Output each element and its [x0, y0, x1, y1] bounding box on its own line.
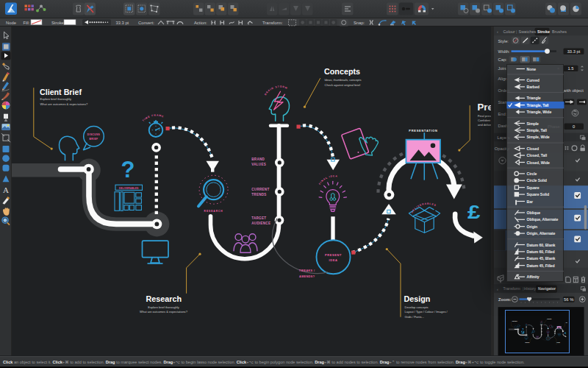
- svg-text:AUDIENCE: AUDIENCE: [251, 222, 270, 225]
- svg-text:‹: ‹: [497, 287, 498, 291]
- svg-text:Origin: Origin: [526, 224, 537, 229]
- svg-text:Affinity: Affinity: [526, 275, 539, 279]
- svg-text:Datum 45, Blank: Datum 45, Blank: [526, 256, 555, 261]
- svg-text:Ideas, thumbnails, concepts: Ideas, thumbnails, concepts: [324, 78, 361, 82]
- svg-text:with object: with object: [562, 88, 584, 93]
- svg-text:BRIEF: BRIEF: [90, 138, 98, 141]
- svg-text:Convert:: Convert:: [138, 21, 154, 25]
- svg-text:?: ?: [121, 157, 135, 183]
- svg-text:Barbed: Barbed: [526, 85, 539, 89]
- svg-text:VALUES: VALUES: [251, 163, 266, 166]
- svg-text:What are outcomes & expectatio: What are outcomes & expectations?: [40, 102, 89, 106]
- svg-text:Origin, Alternate: Origin, Alternate: [526, 231, 555, 236]
- svg-text:Square Solid: Square Solid: [526, 192, 549, 197]
- svg-text:AMENDS?: AMENDS?: [299, 275, 315, 278]
- svg-text:Width:: Width:: [498, 49, 511, 54]
- svg-text:£: £: [467, 202, 480, 223]
- svg-text:A: A: [3, 185, 9, 194]
- svg-text:Client Brief: Client Brief: [40, 88, 82, 96]
- svg-text:Bar: Bar: [526, 199, 532, 204]
- svg-text:Action:: Action:: [194, 21, 207, 25]
- svg-text:33.3 pt: 33.3 pt: [116, 21, 129, 25]
- svg-text:0: 0: [573, 124, 575, 129]
- svg-text:Simple, Wide: Simple, Wide: [526, 135, 549, 139]
- svg-text:Simple: Simple: [526, 121, 539, 126]
- svg-text:Simple, Tall: Simple, Tall: [526, 128, 547, 132]
- svg-text:Datum 60, Blank: Datum 60, Blank: [526, 243, 555, 247]
- svg-text:Transform:: Transform:: [262, 21, 283, 25]
- svg-text:Closed, Tall: Closed, Tall: [526, 153, 547, 158]
- svg-text:Colour: Colour: [503, 29, 515, 34]
- svg-text:Stroke:: Stroke:: [51, 21, 65, 25]
- svg-text:RESEARCH: RESEARCH: [204, 210, 223, 213]
- svg-text:Cap:: Cap:: [498, 58, 508, 63]
- svg-text:Layout / Type / Colour / Image: Layout / Type / Colour / Images /: [404, 310, 448, 314]
- svg-text:and deliverables: and deliverables: [478, 123, 491, 127]
- svg-text:1.5: 1.5: [567, 66, 573, 71]
- svg-text:TWEAKS /: TWEAKS /: [299, 269, 315, 272]
- svg-text:Datum 45, Filled: Datum 45, Filled: [526, 263, 554, 268]
- svg-text:Brushes: Brushes: [552, 29, 567, 34]
- svg-text:Fill:: Fill:: [24, 21, 30, 25]
- svg-text:Zoom:: Zoom:: [498, 297, 511, 302]
- svg-text:Concepts: Concepts: [324, 67, 360, 76]
- svg-text:PRESENT: PRESENT: [325, 253, 342, 257]
- svg-text:DELIVERABLES: DELIVERABLES: [410, 202, 437, 214]
- svg-text:PRESENTATION: PRESENTATION: [409, 129, 437, 132]
- svg-text:What are outcomes & expectatio: What are outcomes & expectations?: [140, 310, 188, 314]
- svg-text:IDEA: IDEA: [329, 258, 338, 262]
- svg-text:Closed: Closed: [526, 146, 539, 151]
- svg-text:Grids / Fonts...: Grids / Fonts...: [404, 315, 423, 319]
- svg-text:TARGET: TARGET: [251, 216, 266, 220]
- svg-text:TRENDS: TRENDS: [251, 194, 266, 197]
- svg-text:Triangle, Tall: Triangle, Tall: [526, 103, 549, 107]
- svg-text:Confident in your concepts: Confident in your concepts: [478, 118, 491, 122]
- svg-text:TIME FRAME: TIME FRAME: [142, 114, 165, 122]
- svg-text:None: None: [526, 67, 536, 71]
- svg-text:Triangle: Triangle: [526, 96, 540, 100]
- svg-text:Presentation: Presentation: [477, 102, 490, 113]
- svg-text:56 %: 56 %: [564, 297, 573, 302]
- svg-text:BRAND: BRAND: [251, 158, 265, 161]
- svg-text:History: History: [524, 287, 537, 291]
- svg-text:Navigator: Navigator: [538, 287, 556, 291]
- svg-text:Closed, Wide: Closed, Wide: [526, 160, 550, 165]
- svg-text:Check against original brief: Check against original brief: [324, 83, 361, 87]
- svg-text:Triangle, Wide: Triangle, Wide: [526, 110, 551, 114]
- svg-text:Design: Design: [404, 294, 430, 303]
- svg-text:Stroke: Stroke: [537, 29, 550, 34]
- svg-text:33.3 pt: 33.3 pt: [567, 49, 581, 54]
- svg-text:Explore brief thoroughly: Explore brief thoroughly: [40, 97, 72, 101]
- svg-text:Develop concepts: Develop concepts: [404, 305, 428, 309]
- svg-text:Circle Solid: Circle Solid: [526, 178, 546, 183]
- svg-text:DISCUSS: DISCUSS: [87, 133, 100, 136]
- svg-text:Node: Node: [6, 21, 16, 25]
- svg-text:‹: ‹: [497, 29, 498, 34]
- svg-text:Circle: Circle: [526, 171, 537, 176]
- svg-text:Final presentation to client: Final presentation to client: [478, 114, 491, 118]
- svg-text:DELIVERABLES: DELIVERABLES: [119, 187, 138, 190]
- svg-text:Swatches: Swatches: [519, 29, 537, 34]
- svg-text:Snap:: Snap:: [354, 21, 365, 25]
- svg-text:Datum 60, Filled: Datum 60, Filled: [526, 250, 554, 254]
- svg-text:Oblique, Alternate: Oblique, Alternate: [526, 217, 558, 222]
- svg-text:Style:: Style:: [498, 39, 509, 43]
- svg-text:CURRENT: CURRENT: [251, 188, 269, 192]
- svg-text:Research: Research: [146, 294, 182, 303]
- svg-text:End:: End:: [498, 112, 507, 116]
- svg-text:Square: Square: [526, 185, 539, 190]
- svg-text:Curved: Curved: [526, 78, 539, 82]
- svg-text:|: |: [516, 29, 517, 34]
- svg-text:Oblique: Oblique: [526, 210, 540, 215]
- svg-text:Explore brief thoroughly: Explore brief thoroughly: [148, 305, 179, 309]
- svg-text:Transform: Transform: [503, 287, 520, 291]
